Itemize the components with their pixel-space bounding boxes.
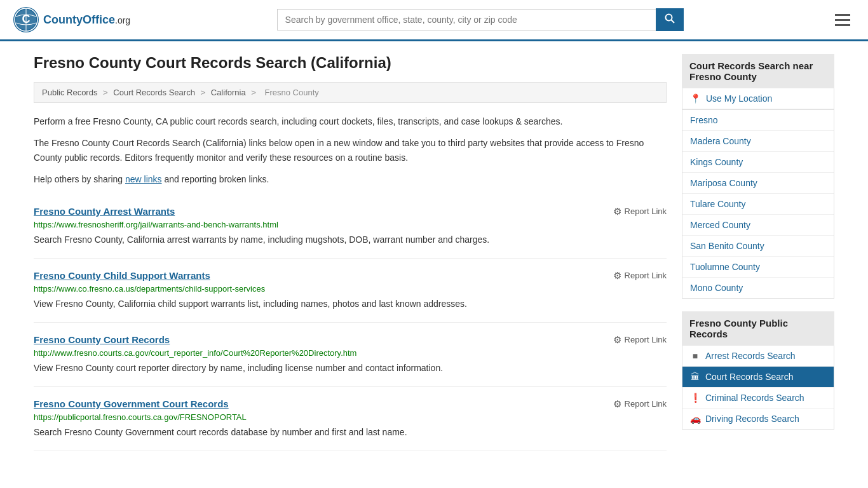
nearby-section-header: Court Records Search near Fresno County [682,54,834,88]
result-title-3[interactable]: Fresno County Government Court Records [34,398,229,409]
result-title-0[interactable]: Fresno County Arrest Warrants [34,206,175,217]
nearby-link-1[interactable]: Madera County [682,131,834,151]
sidebar: Court Records Search near Fresno County … [682,54,834,451]
use-location-label: Use My Location [706,93,772,104]
records-icon-0: ■ [690,351,700,361]
result-title-row: Fresno County Court Records ⚙ Report Lin… [34,334,667,346]
use-location-item: 📍 Use My Location [682,88,834,109]
records-link-2[interactable]: ❗ Criminal Records Search [682,388,834,408]
search-button[interactable] [656,8,684,31]
main-container: Fresno County Court Records Search (Cali… [21,41,847,477]
nearby-link-5[interactable]: Merced County [682,215,834,235]
records-link-3[interactable]: 🚗 Driving Records Search [682,409,834,429]
hamburger-icon [835,14,850,26]
report-label-0: Report Link [625,207,667,216]
report-link-2[interactable]: ⚙ Report Link [613,334,667,346]
nearby-link-0[interactable]: Fresno [682,110,834,130]
nearby-section: Court Records Search near Fresno County … [682,54,834,299]
records-label-1: Court Records Search [705,372,794,382]
result-desc-0: Search Fresno County, California arrest … [34,233,667,247]
report-icon-0: ⚙ [613,206,621,217]
breadcrumb-public-records[interactable]: Public Records [42,88,97,97]
nearby-link-3[interactable]: Mariposa County [682,173,834,193]
report-label-2: Report Link [625,335,667,344]
nearby-link-2[interactable]: Kings County [682,152,834,172]
description-1: Perform a free Fresno County, CA public … [34,114,667,128]
result-title-row: Fresno County Arrest Warrants ⚙ Report L… [34,206,667,217]
report-icon-1: ⚙ [613,270,621,281]
result-title-row: Fresno County Government Court Records ⚙… [34,398,667,410]
breadcrumb-court-records[interactable]: Court Records Search [113,88,195,97]
logo-icon: C [13,6,39,33]
records-item: 🚗 Driving Records Search [682,409,834,429]
nearby-list: 📍 Use My Location [682,88,834,110]
use-location-button[interactable]: 📍 Use My Location [682,88,834,109]
records-link-1[interactable]: 🏛 Court Records Search [682,367,834,387]
records-icon-2: ❗ [690,393,700,403]
nearby-link-7[interactable]: Tuolumne County [682,257,834,277]
report-link-1[interactable]: ⚙ Report Link [613,270,667,281]
breadcrumb-sep-3: > [251,88,258,97]
svg-line-6 [671,20,674,24]
search-area [277,8,684,31]
desc3-pre: Help others by sharing [34,174,125,184]
result-url-1[interactable]: https://www.co.fresno.ca.us/departments/… [34,284,667,294]
records-label-2: Criminal Records Search [705,393,804,403]
report-label-3: Report Link [625,399,667,409]
result-desc-1: View Fresno County, California child sup… [34,297,667,311]
records-item: ■ Arrest Records Search [682,346,834,367]
main-content: Fresno County Court Records Search (Cali… [34,54,667,451]
nearby-item: San Benito County [682,236,834,257]
new-links-link[interactable]: new links [125,174,162,184]
result-item: Fresno County Government Court Records ⚙… [34,387,667,451]
breadcrumb-fresno-county: Fresno County [265,88,319,97]
records-item: ❗ Criminal Records Search [682,388,834,409]
result-desc-3: Search Fresno County Government court re… [34,426,667,439]
result-item: Fresno County Child Support Warrants ⚙ R… [34,259,667,323]
nearby-link-8[interactable]: Mono County [682,278,834,298]
nearby-links-list: FresnoMadera CountyKings CountyMariposa … [682,110,834,299]
description-2: The Fresno County Court Records Search (… [34,136,667,165]
breadcrumb: Public Records > Court Records Search > … [34,82,667,103]
result-title-2[interactable]: Fresno County Court Records [34,334,170,345]
result-desc-2: View Fresno County court reporter direct… [34,362,667,375]
records-item: 🏛 Court Records Search [682,367,834,388]
nearby-link-4[interactable]: Tulare County [682,194,834,214]
report-label-1: Report Link [625,271,667,280]
nearby-item: Tulare County [682,194,834,215]
result-url-0[interactable]: https://www.fresnosheriff.org/jail/warra… [34,220,667,229]
result-title-row: Fresno County Child Support Warrants ⚙ R… [34,270,667,281]
records-label-3: Driving Records Search [705,414,799,424]
nearby-item: Merced County [682,215,834,236]
search-input[interactable] [277,9,656,30]
svg-point-5 [665,15,672,21]
records-list: ■ Arrest Records Search 🏛 Court Records … [682,346,834,430]
records-link-0[interactable]: ■ Arrest Records Search [682,346,834,366]
breadcrumb-california[interactable]: California [211,88,246,97]
breadcrumb-sep-1: > [103,88,110,97]
nearby-item: Mono County [682,278,834,298]
site-header: C CountyOffice.org [0,0,868,41]
report-link-3[interactable]: ⚙ Report Link [613,398,667,410]
records-icon-1: 🏛 [690,372,700,382]
report-link-0[interactable]: ⚙ Report Link [613,206,667,217]
records-label-0: Arrest Records Search [705,351,796,361]
logo-text: CountyOffice.org [43,13,130,27]
logo-area: C CountyOffice.org [13,6,130,33]
results-container: Fresno County Arrest Warrants ⚙ Report L… [34,194,667,451]
search-icon [665,13,675,24]
nearby-item: Madera County [682,131,834,152]
menu-button[interactable] [830,11,855,29]
nearby-link-6[interactable]: San Benito County [682,236,834,256]
page-title: Fresno County Court Records Search (Cali… [34,54,667,72]
records-section: Fresno County Public Records ■ Arrest Re… [682,311,834,430]
result-item: Fresno County Court Records ⚙ Report Lin… [34,323,667,387]
records-icon-3: 🚗 [690,414,700,424]
records-section-header: Fresno County Public Records [682,311,834,346]
description-3: Help others by sharing new links and rep… [34,172,667,186]
result-url-3[interactable]: https://publicportal.fresno.courts.ca.go… [34,412,667,422]
report-icon-2: ⚙ [613,334,621,346]
nearby-item: Mariposa County [682,173,834,194]
result-title-1[interactable]: Fresno County Child Support Warrants [34,270,210,281]
result-url-2[interactable]: http://www.fresno.courts.ca.gov/court_re… [34,348,667,358]
